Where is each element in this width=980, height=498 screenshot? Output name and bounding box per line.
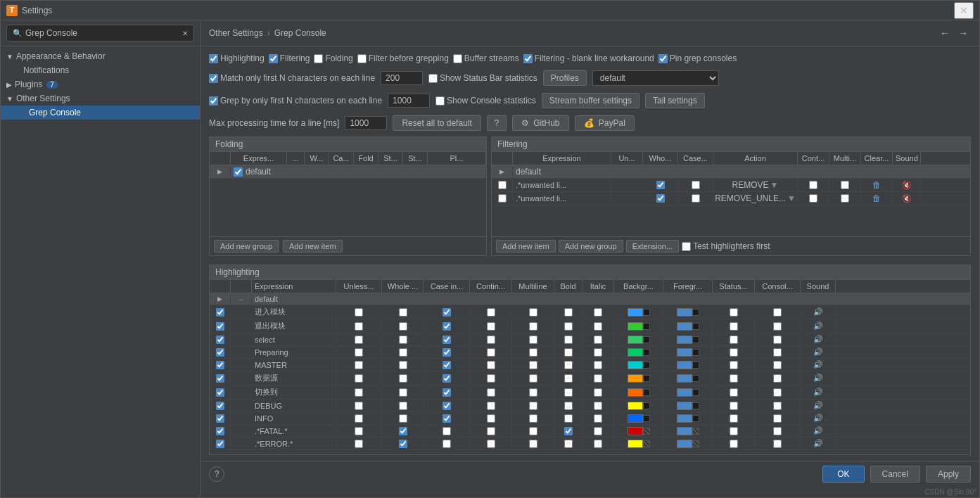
hl-r3-bg[interactable] [614,334,663,345]
hl-r9-multi-cb[interactable] [529,414,537,423]
hl-r4-unless-cb[interactable] [355,348,363,357]
hl-r5-multi-cb[interactable] [529,361,537,369]
hl-r2-status-cb[interactable] [730,322,738,331]
hl-r7-whole-cb[interactable] [399,388,407,397]
paypal-button[interactable]: 💰 PayPal [575,115,635,131]
hl-r2-console-cb[interactable] [773,322,782,331]
filt-row2-cont-cb[interactable] [809,194,817,203]
filt-row2-sound-icon[interactable]: 🔇 [902,194,912,203]
hl-r11-unless-cb[interactable] [355,440,363,448]
hl-r8-sound-icon[interactable]: 🔊 [813,401,823,410]
hl-r8-console-cb[interactable] [773,402,782,410]
filtering-add-item-button[interactable]: Add new item [496,240,556,253]
hl-r6-unless-cb[interactable] [355,374,363,383]
hl-r8-whole-cb[interactable] [399,402,407,410]
filtering-checkbox[interactable] [269,54,278,63]
hl-r10-unless-cb[interactable] [355,427,363,435]
hl-r11-fg[interactable] [663,438,713,449]
hl-r7-sound-icon[interactable]: 🔊 [813,388,823,397]
hl-r10-sound-icon[interactable]: 🔊 [813,426,823,435]
filtering-extension-button[interactable]: Extension... [626,240,679,253]
hl-r5-bg[interactable] [614,359,663,371]
hl-r3-whole-cb[interactable] [399,336,407,344]
hl-r5-contin-cb[interactable] [487,361,495,369]
match-checkbox[interactable] [209,74,218,83]
hl-r3-fg[interactable] [663,334,713,345]
grep-input[interactable] [388,94,430,108]
match-checkbox-label[interactable]: Match only first N characters on each li… [209,73,375,83]
filtering-add-group-button[interactable]: Add new group [559,240,623,253]
sidebar-item-plugins[interactable]: ▶ Plugins 7 [1,77,200,91]
hl-r2-fg[interactable] [663,321,713,332]
hl-r7-contin-cb[interactable] [487,388,495,397]
hl-r2-enable-cb[interactable] [216,322,224,331]
hl-r6-enable-cb[interactable] [216,374,224,383]
search-input[interactable] [25,28,182,38]
hl-r1-fg[interactable] [663,307,713,318]
hl-r3-casein-cb[interactable] [443,336,451,344]
pin-grep-checkbox-label[interactable]: Pin grep consoles [658,53,737,63]
filt-row1-multi-cb[interactable] [841,181,849,189]
hl-r5-whole-cb[interactable] [399,361,407,369]
hl-r7-fg[interactable] [663,387,713,398]
hl-r8-multi-cb[interactable] [529,402,537,410]
hl-r3-contin-cb[interactable] [487,336,495,344]
help-button[interactable]: ? [209,466,224,482]
hl-r9-status-cb[interactable] [730,414,738,423]
hl-r1-status-cb[interactable] [730,308,738,317]
filt-row1-case-cb[interactable] [692,181,700,189]
search-input-container[interactable]: 🔍 ✕ [6,25,194,42]
hl-r9-unless-cb[interactable] [355,414,363,423]
hl-r11-enable-cb[interactable] [216,440,224,448]
hl-r2-italic-cb[interactable] [594,322,602,331]
hl-r2-contin-cb[interactable] [487,322,495,331]
hl-r2-casein-cb[interactable] [443,322,451,331]
close-button[interactable]: ✕ [954,2,974,19]
hl-r8-casein-cb[interactable] [443,402,451,410]
hl-r3-italic-cb[interactable] [594,336,602,344]
hl-r6-contin-cb[interactable] [487,374,495,383]
hl-r10-fg[interactable] [663,426,713,437]
hl-r6-bg[interactable] [614,373,663,384]
filt-row2-multi-cb[interactable] [841,194,849,203]
hl-r8-bold-cb[interactable] [564,402,573,410]
hl-r9-casein-cb[interactable] [443,414,451,423]
hl-r6-fg[interactable] [663,373,713,384]
hl-r2-unless-cb[interactable] [355,322,363,331]
hl-r6-sound-icon[interactable]: 🔊 [813,374,823,383]
sidebar-item-other-settings[interactable]: ▼ Other Settings [1,91,200,106]
filt-row2-dropdown[interactable]: ▼ [787,193,796,203]
reset-button[interactable]: Reset all to default [393,115,481,131]
hl-r5-status-cb[interactable] [730,361,738,369]
hl-r5-fg[interactable] [663,359,713,371]
filt-row1-dropdown[interactable]: ▼ [770,180,779,190]
hl-r4-status-cb[interactable] [730,348,738,357]
sidebar-item-appearance-behavior[interactable]: ▼ Appearance & Behavior [1,49,200,63]
hl-r7-multi-cb[interactable] [529,388,537,397]
hl-r1-multi-cb[interactable] [529,308,537,317]
folding-add-item-button[interactable]: Add new item [283,240,343,253]
hl-r5-unless-cb[interactable] [355,361,363,369]
hl-r2-multi-cb[interactable] [529,322,537,331]
apply-button[interactable]: Apply [926,466,971,483]
forward-button[interactable]: → [955,26,971,40]
sidebar-item-notifications[interactable]: Notifications [1,63,200,77]
hl-r5-sound-icon[interactable]: 🔊 [813,360,823,369]
folding-checkbox-label[interactable]: Folding [314,53,352,63]
hl-r3-enable-cb[interactable] [216,336,224,344]
hl-r10-italic-cb[interactable] [594,427,602,435]
hl-r8-unless-cb[interactable] [355,402,363,410]
hl-r7-unless-cb[interactable] [355,388,363,397]
profile-select[interactable]: default [592,70,719,86]
profiles-button[interactable]: Profiles [543,70,587,86]
filt-row2-enable[interactable] [498,194,507,203]
show-console-checkbox-label[interactable]: Show Console statistics [435,96,536,106]
hl-r3-console-cb[interactable] [773,336,782,344]
hl-r7-casein-cb[interactable] [443,388,451,397]
hl-r1-enable-cb[interactable] [216,308,224,317]
hl-r11-sound-icon[interactable]: 🔊 [813,439,823,448]
hl-r7-status-cb[interactable] [730,388,738,397]
hl-r10-console-cb[interactable] [773,427,782,435]
filter-before-checkbox-label[interactable]: Filter before grepping [357,53,449,63]
hl-r9-sound-icon[interactable]: 🔊 [813,414,823,423]
